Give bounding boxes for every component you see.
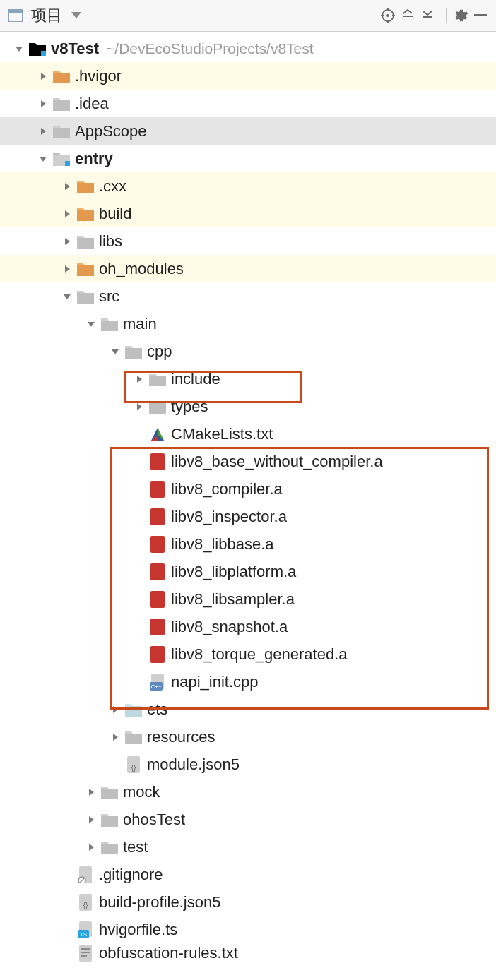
svg-rect-28 — [65, 161, 70, 166]
chevron-right-icon[interactable] — [58, 260, 76, 278]
chevron-right-icon[interactable] — [82, 783, 100, 801]
divider — [446, 8, 447, 23]
archive-file-icon — [148, 535, 167, 554]
tree-label: CMakeLists.txt — [167, 425, 273, 443]
collapse-all-icon[interactable] — [418, 6, 437, 25]
tree-item[interactable]: obfuscation-rules.txt — [0, 943, 496, 963]
tree-item[interactable]: libv8_inspector.a — [0, 503, 496, 530]
tree-item[interactable]: src — [0, 282, 496, 310]
chevron-right-icon[interactable] — [58, 232, 76, 251]
chevron-down-icon[interactable] — [58, 287, 76, 306]
tree-item[interactable]: libv8_base_without_compiler.a — [0, 448, 496, 475]
tree-label: entry — [71, 150, 113, 168]
tree-label: build-profile.json5 — [95, 893, 220, 912]
chevron-right-icon[interactable] — [34, 95, 52, 113]
tree-item[interactable]: types — [0, 393, 496, 420]
folder-icon — [124, 700, 143, 719]
svg-rect-81 — [153, 599, 162, 600]
locate-icon[interactable] — [378, 6, 398, 25]
chevron-right-icon[interactable] — [34, 67, 52, 85]
tree-item[interactable]: test — [0, 833, 496, 861]
chevron-right-icon[interactable] — [58, 177, 76, 196]
tree-item[interactable]: libv8_libsampler.a — [0, 585, 496, 613]
folder-icon — [148, 370, 167, 388]
chevron-right-icon[interactable] — [130, 370, 148, 388]
tree-item[interactable]: TS hvigorfile.ts — [0, 916, 496, 943]
tree-label: mock — [119, 783, 160, 801]
tree-item[interactable]: resources — [0, 723, 496, 751]
tree-item[interactable]: .gitignore — [0, 861, 496, 888]
expand-all-icon[interactable] — [398, 6, 418, 25]
svg-rect-89 — [153, 654, 162, 655]
chevron-right-icon[interactable] — [34, 122, 52, 141]
tree-path: ~/DevEcoStudioProjects/v8Test — [99, 40, 314, 57]
tree-item[interactable]: libv8_torque_generated.a — [0, 640, 496, 668]
chevron-down-icon[interactable] — [34, 150, 52, 168]
chevron-right-icon[interactable] — [106, 728, 124, 746]
chevron-down-icon[interactable] — [106, 342, 124, 361]
tree-item[interactable]: entry — [0, 145, 496, 172]
tree-item[interactable]: include — [0, 365, 496, 393]
tree-item[interactable]: libv8_libbase.a — [0, 530, 496, 558]
svg-marker-39 — [77, 263, 94, 265]
chevron-right-icon[interactable] — [58, 205, 76, 223]
tree-label: src — [95, 287, 119, 306]
svg-rect-68 — [153, 513, 162, 514]
tree-item[interactable]: build — [0, 200, 496, 227]
tree-item[interactable]: libv8_compiler.a — [0, 475, 496, 503]
dropdown-icon[interactable] — [66, 6, 86, 25]
tree-item[interactable]: ets — [0, 695, 496, 723]
tree-item-selected[interactable]: AppScope — [0, 117, 496, 145]
archive-file-icon — [148, 618, 167, 636]
tree-item[interactable]: .hvigor — [0, 62, 496, 90]
project-tree[interactable]: v8Test ~/DevEcoStudioProjects/v8Test .hv… — [0, 32, 496, 963]
svg-marker-26 — [53, 153, 70, 155]
svg-rect-104 — [101, 789, 118, 799]
panel-title[interactable]: 项目 — [31, 5, 62, 26]
tree-item[interactable]: {} module.json5 — [0, 751, 496, 778]
tree-item[interactable]: ohosTest — [0, 806, 496, 833]
tree-item[interactable]: libs — [0, 227, 496, 255]
tree-item-root[interactable]: v8Test ~/DevEcoStudioProjects/v8Test — [0, 35, 496, 62]
svg-rect-60 — [153, 458, 162, 459]
tree-item[interactable]: .idea — [0, 90, 496, 117]
svg-marker-19 — [41, 100, 46, 107]
tree-item[interactable]: mock — [0, 778, 496, 806]
tree-item[interactable]: cpp — [0, 337, 496, 365]
tree-item[interactable]: oh_modules — [0, 255, 496, 282]
svg-marker-50 — [137, 376, 142, 383]
chevron-right-icon[interactable] — [106, 700, 124, 719]
tree-label: v8Test — [47, 40, 99, 58]
chevron-right-icon[interactable] — [82, 811, 100, 829]
chevron-down-icon[interactable] — [82, 315, 100, 333]
svg-rect-82 — [153, 602, 159, 604]
hide-icon[interactable] — [471, 6, 490, 25]
ts-file-icon: TS — [76, 921, 95, 939]
tree-item[interactable]: libv8_snapshot.a — [0, 613, 496, 640]
tree-item[interactable]: C++ napi_init.cpp — [0, 668, 496, 695]
tree-item[interactable]: {} build-profile.json5 — [0, 888, 496, 916]
svg-rect-65 — [153, 489, 162, 490]
tree-label: test — [119, 838, 148, 856]
tree-item[interactable]: .cxx — [0, 172, 496, 200]
chevron-right-icon[interactable] — [82, 838, 100, 856]
chevron-down-icon[interactable] — [10, 40, 28, 58]
svg-rect-31 — [77, 183, 94, 193]
tree-item[interactable]: libv8_libplatform.a — [0, 558, 496, 585]
svg-marker-29 — [65, 183, 70, 190]
tree-label: .idea — [71, 95, 109, 113]
svg-marker-47 — [112, 349, 119, 354]
svg-rect-72 — [153, 540, 162, 542]
svg-rect-86 — [153, 630, 159, 631]
svg-marker-108 — [89, 844, 94, 851]
svg-rect-69 — [153, 516, 162, 518]
svg-marker-33 — [77, 208, 94, 210]
gear-icon[interactable] — [451, 6, 471, 25]
tree-item[interactable]: main — [0, 310, 496, 337]
svg-marker-44 — [88, 322, 95, 327]
svg-rect-24 — [53, 128, 70, 138]
chevron-right-icon[interactable] — [130, 398, 148, 416]
tree-item[interactable]: CMakeLists.txt — [0, 420, 496, 448]
tree-label: resources — [143, 728, 215, 746]
tree-label: libv8_libbase.a — [167, 535, 274, 554]
